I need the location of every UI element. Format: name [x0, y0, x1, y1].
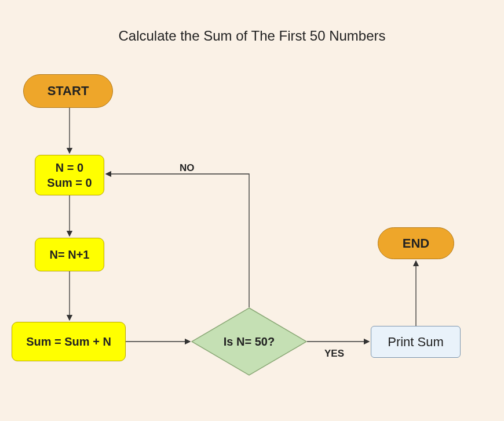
increment-process-node: N= N+1	[35, 238, 104, 271]
init-line2: Sum = 0	[47, 175, 92, 190]
init-process-node: N = 0 Sum = 0	[35, 155, 104, 195]
decision-text: Is N= 50?	[191, 307, 307, 376]
no-label: NO	[180, 162, 195, 174]
sum-process-node: Sum = Sum + N	[12, 322, 126, 361]
end-node: END	[378, 227, 454, 259]
init-line1: N = 0	[56, 160, 83, 175]
diagram-title: Calculate the Sum of The First 50 Number…	[0, 28, 504, 44]
yes-label: YES	[324, 348, 344, 360]
decision-node: Is N= 50?	[191, 307, 307, 376]
start-node: START	[23, 74, 113, 108]
print-output-node: Print Sum	[371, 326, 461, 358]
